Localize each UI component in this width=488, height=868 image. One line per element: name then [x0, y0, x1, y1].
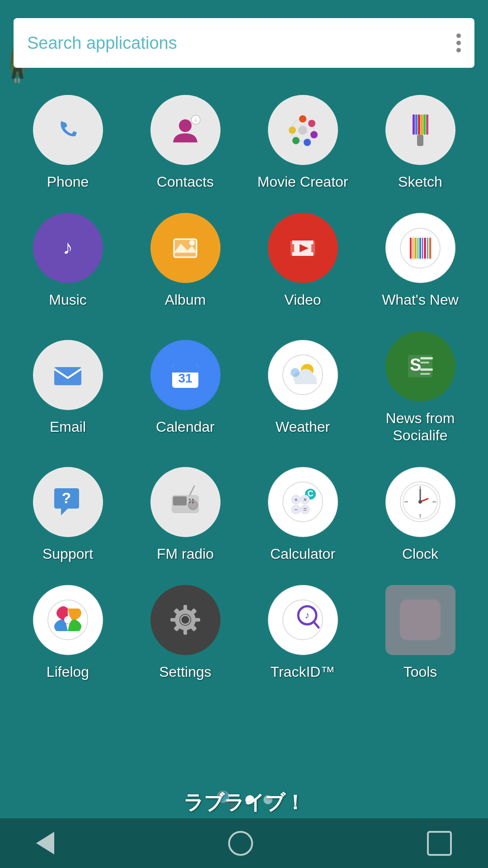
svg-rect-45	[413, 238, 413, 259]
svg-rect-38	[292, 241, 294, 244]
system-nav-bar	[0, 818, 488, 868]
svg-rect-27	[426, 114, 428, 135]
svg-rect-114	[194, 618, 200, 622]
svg-point-83	[192, 499, 194, 500]
svg-text:=: =	[303, 506, 307, 513]
app-tools-label: Tools	[404, 663, 437, 680]
svg-point-119	[283, 600, 323, 640]
svg-rect-46	[414, 238, 417, 259]
app-whats-new-label: What's New	[382, 291, 459, 308]
svg-rect-39	[292, 252, 294, 256]
svg-point-14	[308, 120, 315, 127]
app-calendar[interactable]: 31 Calendar	[127, 322, 244, 458]
svg-point-17	[292, 137, 300, 144]
svg-rect-9	[193, 116, 195, 120]
svg-text:?: ?	[62, 489, 71, 506]
svg-rect-48	[419, 238, 421, 259]
app-calculator-label: Calculator	[270, 545, 335, 562]
app-fm-radio-label: FM radio	[157, 545, 214, 562]
home-button[interactable]	[228, 831, 253, 856]
app-lifelog[interactable]: Lifelog	[9, 576, 127, 694]
svg-rect-71	[420, 362, 429, 363]
app-phone[interactable]: Phone	[9, 86, 127, 204]
svg-rect-54	[54, 367, 81, 385]
svg-point-85	[192, 501, 194, 503]
app-socialife-label: News from Socialife	[366, 410, 474, 444]
app-movie-creator-label: Movie Creator	[258, 173, 348, 190]
svg-text:31: 31	[178, 371, 192, 385]
app-music-label: Music	[49, 291, 87, 308]
svg-rect-23	[421, 114, 423, 135]
svg-text:S: S	[410, 355, 421, 374]
svg-point-19	[298, 126, 307, 135]
svg-rect-123	[400, 599, 441, 640]
svg-rect-51	[427, 238, 428, 259]
app-support-label: Support	[42, 545, 93, 562]
svg-text:♪: ♪	[305, 609, 310, 621]
app-video[interactable]: Video	[244, 204, 361, 322]
svg-rect-44	[410, 238, 412, 259]
svg-rect-112	[183, 628, 187, 635]
svg-point-13	[299, 115, 306, 123]
app-movie-creator[interactable]: Movie Creator	[244, 86, 361, 204]
app-phone-label: Phone	[47, 173, 89, 190]
svg-rect-40	[311, 241, 313, 244]
app-music[interactable]: ♪ Music	[9, 204, 127, 322]
app-settings[interactable]: Settings	[127, 576, 244, 694]
svg-rect-52	[429, 238, 431, 259]
app-tools[interactable]: Tools	[361, 576, 479, 694]
svg-point-16	[304, 139, 311, 146]
svg-point-6	[179, 119, 192, 132]
app-weather[interactable]: Weather	[244, 322, 361, 458]
svg-rect-26	[413, 114, 415, 135]
svg-point-18	[289, 127, 296, 134]
svg-rect-21	[417, 135, 423, 146]
app-album-label: Album	[165, 291, 206, 308]
app-support[interactable]: ? Support	[9, 458, 127, 576]
svg-rect-10	[197, 116, 198, 120]
app-logo: ラブライブ！	[183, 789, 305, 816]
svg-rect-50	[424, 238, 426, 259]
app-clock-label: Clock	[402, 545, 438, 562]
svg-point-4	[47, 110, 88, 151]
svg-text:−: −	[294, 506, 298, 513]
app-calculator[interactable]: C + × − = Calculator	[244, 458, 361, 576]
app-weather-label: Weather	[276, 418, 330, 435]
svg-rect-72	[420, 368, 433, 371]
svg-point-84	[189, 501, 191, 503]
svg-rect-49	[422, 238, 423, 259]
svg-text:×: ×	[303, 496, 307, 503]
svg-rect-47	[418, 238, 418, 259]
app-trackid[interactable]: ♪ TrackID™	[244, 576, 361, 694]
app-lifelog-label: Lifelog	[47, 663, 89, 680]
svg-point-33	[189, 240, 195, 245]
app-calendar-label: Calendar	[156, 418, 215, 435]
svg-point-107	[64, 616, 71, 623]
app-album[interactable]: Album	[127, 204, 244, 322]
app-fm-radio[interactable]: FM radio	[127, 458, 244, 576]
app-email[interactable]: Email	[9, 322, 127, 458]
back-button[interactable]	[36, 832, 54, 854]
app-socialife[interactable]: S News from Socialife	[361, 322, 479, 458]
search-bar[interactable]: Search applications	[14, 18, 474, 68]
app-settings-label: Settings	[159, 663, 211, 680]
svg-rect-65	[295, 378, 317, 384]
svg-rect-111	[183, 605, 187, 611]
recents-button[interactable]	[427, 831, 452, 856]
svg-text:♪: ♪	[63, 236, 73, 258]
bottom-navigation: 🔍 ラブライブ！	[0, 781, 488, 868]
svg-point-82	[189, 499, 191, 500]
svg-rect-25	[415, 114, 418, 135]
app-whats-new[interactable]: What's New	[361, 204, 479, 322]
svg-text:+: +	[294, 496, 298, 503]
app-contacts[interactable]: Contacts	[127, 86, 244, 204]
svg-point-110	[181, 615, 190, 624]
search-placeholder: Search applications	[27, 33, 456, 53]
svg-rect-78	[173, 496, 187, 505]
app-trackid-label: TrackID™	[271, 663, 335, 680]
app-sketch[interactable]: Sketch	[361, 86, 479, 204]
app-contacts-label: Contacts	[157, 173, 214, 190]
app-clock[interactable]: Clock	[361, 458, 479, 576]
overflow-menu-button[interactable]	[456, 33, 461, 52]
app-sketch-label: Sketch	[398, 173, 442, 190]
